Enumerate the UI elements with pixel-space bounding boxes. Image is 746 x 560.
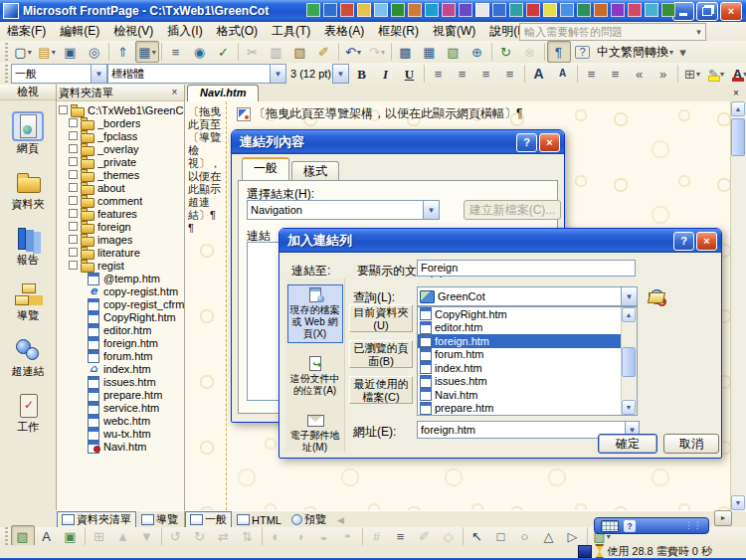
dialog-close-icon[interactable]: ×	[539, 133, 560, 152]
select-icon[interactable]: ↖	[466, 525, 489, 547]
close-button[interactable]: ×	[720, 2, 742, 21]
tree-item[interactable]: images	[57, 233, 184, 246]
view-navigation-button[interactable]: 導覽	[0, 280, 56, 323]
find-icon[interactable]: ◎	[83, 41, 106, 63]
scrollbar-thumb[interactable]	[622, 347, 636, 377]
toolbar-drag-handle[interactable]	[5, 527, 8, 545]
link-email-address-button[interactable]: 電子郵件地址(M)	[287, 410, 343, 457]
cancel-button[interactable]: 取消	[663, 434, 719, 454]
tree-expander-icon[interactable]	[69, 261, 78, 270]
paste-icon[interactable]: ▧	[288, 41, 312, 63]
toolbar-options-mini-button[interactable]: ▸	[714, 510, 732, 526]
tree-expander-icon[interactable]	[69, 196, 78, 205]
format-painter-icon[interactable]: ✐	[312, 41, 336, 63]
help-icon[interactable]: ?	[624, 520, 636, 532]
tree-item[interactable]: forum.htm	[57, 349, 184, 362]
tree-item[interactable]: editor.htm	[57, 323, 184, 336]
tree-expander-icon[interactable]	[69, 248, 78, 257]
tree-item[interactable]: CopyRight.htm	[57, 310, 184, 323]
view-page-button[interactable]: 網頁	[0, 113, 56, 156]
web-component-icon[interactable]: ▩	[394, 41, 418, 63]
style-select[interactable]: 一般 ▼	[11, 64, 107, 84]
view-folders-button[interactable]: 資料夾	[0, 169, 56, 212]
file-list-item[interactable]: prepare.htm	[418, 402, 622, 416]
recent-files-button[interactable]: 最近使用的檔案(C)	[349, 376, 413, 404]
file-list[interactable]: CopyRight.htm editor.htm foreign.htm	[417, 306, 638, 416]
file-list-item[interactable]: index.htm	[418, 361, 622, 375]
refresh-icon[interactable]: ↻	[494, 41, 518, 63]
rectangle-icon[interactable]: □	[489, 525, 513, 547]
justify-icon[interactable]: ≡	[498, 63, 522, 85]
text-icon[interactable]: A	[35, 525, 59, 547]
menu-insert[interactable]: 插入(I)	[160, 22, 209, 41]
publish-web-icon[interactable]: ⇑	[111, 41, 135, 63]
borders-icon[interactable]: ⊞▾	[680, 63, 704, 85]
align-right-icon[interactable]: ≡	[474, 63, 498, 85]
insert-picture-icon[interactable]: ▧	[11, 525, 35, 547]
link-bar-select[interactable]: Navigation ▼	[247, 200, 440, 220]
spelling-icon[interactable]: ✓	[212, 41, 236, 63]
language-bar[interactable]: ? ⋮⋮	[594, 517, 709, 534]
close-icon[interactable]: ×	[167, 86, 182, 100]
tree-item[interactable]: foreign.htm	[57, 336, 184, 349]
tree-item[interactable]: foreign	[57, 220, 184, 233]
dialog1-tab-style[interactable]: 樣式	[291, 161, 339, 180]
file-list-item[interactable]: issues.htm	[418, 375, 622, 389]
look-in-select[interactable]: GreenCot ▼	[417, 286, 638, 306]
tree-item[interactable]: service.htm	[57, 401, 184, 414]
file-list-item[interactable]: editor.htm	[418, 321, 622, 335]
tree-item[interactable]: _fpclass	[57, 129, 184, 142]
decrease-indent-icon[interactable]: «	[628, 63, 652, 85]
tree-item[interactable]: ⌂ index.htm	[57, 362, 184, 375]
dialog-close-icon[interactable]: ×	[696, 232, 717, 251]
tree-item[interactable]: _overlay	[57, 142, 184, 155]
menu-format[interactable]: 格式(O)	[210, 22, 265, 41]
tree-item[interactable]: about	[57, 181, 184, 194]
view-reports-button[interactable]: 報告	[0, 225, 56, 268]
tree-expander-icon[interactable]	[69, 222, 78, 231]
page-tab[interactable]: Navi.htm	[187, 85, 259, 101]
tree-expander-icon[interactable]	[69, 131, 78, 140]
scroll-up-icon[interactable]: ▲	[731, 101, 745, 116]
tree-item[interactable]: @temp.htm	[57, 272, 184, 284]
file-list-item[interactable]: Navi.htm	[418, 388, 622, 402]
tab-scroll-left-icon[interactable]: ◀	[337, 515, 344, 525]
tree-expander-icon[interactable]	[69, 170, 78, 179]
chevron-down-icon[interactable]: ▼	[621, 287, 637, 305]
toolbar-drag-handle[interactable]	[5, 65, 8, 83]
increase-indent-icon[interactable]: »	[652, 63, 675, 85]
bold-icon[interactable]: B	[350, 63, 374, 85]
auto-thumbnail-icon[interactable]: ▣	[59, 525, 83, 547]
tree-item[interactable]: prepare.htm	[57, 388, 184, 401]
undo-icon[interactable]: ↶▾	[341, 41, 365, 63]
language-bar-options-icon[interactable]: ⋮⋮	[684, 521, 702, 530]
tree-item[interactable]: regist	[57, 259, 184, 272]
chevron-down-icon[interactable]: ▾	[692, 27, 705, 37]
font-color-icon[interactable]: A▾	[728, 63, 746, 85]
menu-file[interactable]: 檔案(F)	[0, 22, 53, 41]
scroll-down-icon[interactable]: ▼	[731, 495, 745, 510]
tree-expander-icon[interactable]	[69, 157, 78, 166]
font-select[interactable]: 標楷體 ▼	[107, 64, 286, 84]
tree-item[interactable]: copy-regist_cfrm.htm	[57, 297, 184, 310]
print-icon[interactable]: ≡	[164, 41, 188, 63]
link-place-in-document-button[interactable]: 這份文件中的位置(A)	[287, 353, 343, 400]
tree-item[interactable]: literature	[57, 246, 184, 259]
tree-item[interactable]: Navi.htm	[57, 440, 184, 453]
tree-expander-icon[interactable]	[69, 183, 78, 192]
file-list-item[interactable]: CopyRight.htm	[418, 307, 622, 321]
insert-table-icon[interactable]: ▦	[418, 41, 442, 63]
restore-button[interactable]	[696, 2, 718, 21]
tree-item[interactable]: features	[57, 207, 184, 220]
font-size-select[interactable]: 3 (12 pt) ▼	[286, 64, 350, 84]
insert-hyperlink-icon[interactable]: ⊕	[466, 41, 489, 63]
scrollbar-thumb[interactable]	[731, 118, 745, 156]
scroll-up-icon[interactable]: ▲	[622, 307, 636, 322]
increase-font-icon[interactable]: A	[527, 63, 551, 85]
keyboard-icon[interactable]	[601, 520, 619, 532]
new-page-icon[interactable]: ▢▾	[11, 41, 35, 63]
editor-vertical-scrollbar[interactable]: ▲ ▼	[730, 101, 746, 510]
menu-view[interactable]: 檢視(V)	[106, 22, 160, 41]
tree-item[interactable]: C:\TxWeb1\GreenCot	[57, 103, 184, 116]
ask-a-question-box[interactable]: 輸入需要解答的問題 ▾	[519, 23, 706, 41]
